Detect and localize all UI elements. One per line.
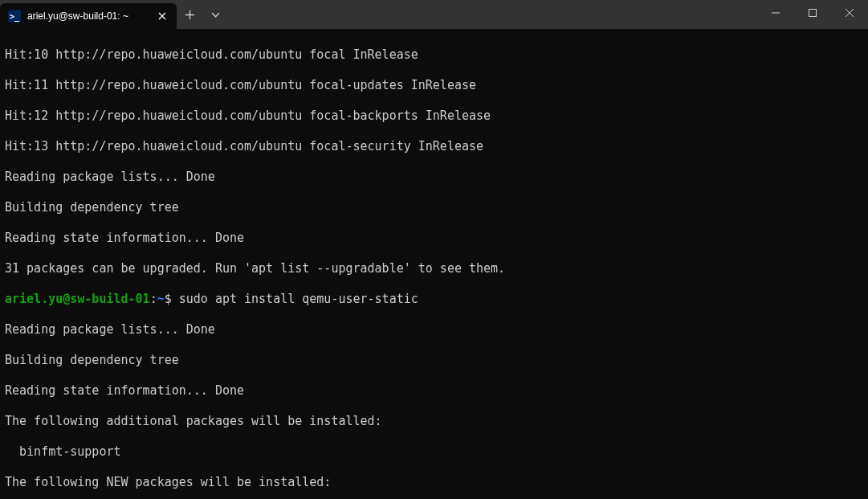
output-line: The following NEW packages will be insta… — [5, 475, 863, 490]
window-minimize-button[interactable] — [757, 0, 794, 26]
output-line: Building dependency tree — [5, 200, 863, 215]
output-line: Reading state information... Done — [5, 231, 863, 246]
tab-dropdown-button[interactable] — [202, 2, 228, 27]
output-line: Hit:10 http://repo.huaweicloud.com/ubunt… — [5, 47, 863, 63]
prompt-user-host: ariel.yu@sw-build-01 — [5, 292, 150, 306]
output-line: Reading package lists... Done — [5, 322, 863, 337]
output-line: Reading package lists... Done — [5, 170, 863, 185]
command-text: sudo apt install qemu-user-static — [179, 292, 418, 306]
new-tab-button[interactable] — [177, 2, 202, 27]
tab-active[interactable]: >_ ariel.yu@sw-build-01: ~ — [0, 3, 177, 29]
output-line: 31 packages can be upgraded. Run 'apt li… — [5, 261, 863, 276]
window-titlebar: >_ ariel.yu@sw-build-01: ~ — [0, 0, 868, 29]
tab-close-button[interactable] — [156, 10, 169, 22]
output-line: Building dependency tree — [5, 353, 863, 368]
output-line: Reading state information... Done — [5, 383, 863, 399]
output-line: Hit:12 http://repo.huaweicloud.com/ubunt… — [5, 108, 863, 124]
output-line: The following additional packages will b… — [5, 414, 863, 429]
svg-rect-0 — [809, 10, 817, 17]
output-line: Hit:13 http://repo.huaweicloud.com/ubunt… — [5, 139, 863, 154]
prompt-path: ~ — [157, 292, 165, 306]
prompt-line: ariel.yu@sw-build-01:~$ sudo apt install… — [5, 292, 863, 307]
window-maximize-button[interactable] — [794, 0, 831, 26]
powershell-icon: >_ — [8, 10, 21, 22]
terminal-output[interactable]: Hit:10 http://repo.huaweicloud.com/ubunt… — [0, 29, 868, 499]
window-close-button[interactable] — [831, 0, 868, 26]
tab-title: ariel.yu@sw-build-01: ~ — [27, 10, 149, 22]
output-line: Hit:11 http://repo.huaweicloud.com/ubunt… — [5, 78, 863, 93]
output-line: binfmt-support — [5, 444, 863, 460]
